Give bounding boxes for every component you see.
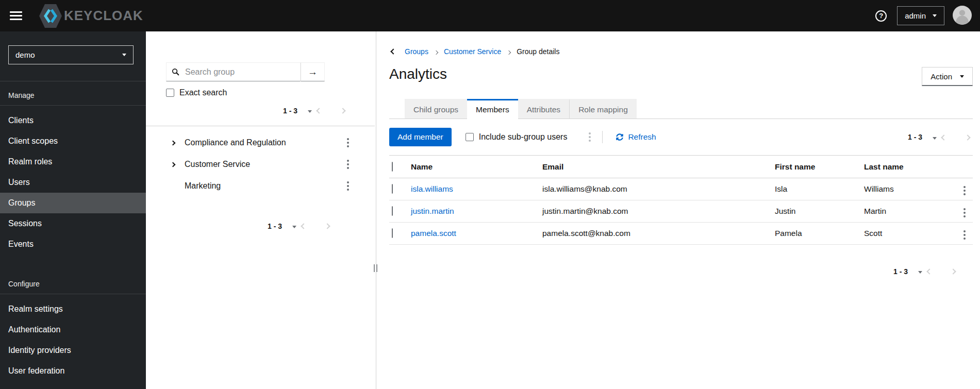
- tab-members[interactable]: Members: [467, 99, 518, 119]
- row-checkbox[interactable]: [392, 206, 393, 216]
- avatar-icon: [953, 6, 972, 25]
- row-checkbox[interactable]: [392, 228, 393, 238]
- manage-nav-list: Clients Client scopes Realm roles Users …: [0, 110, 146, 255]
- splitter-drag-handle[interactable]: [374, 264, 377, 272]
- user-menu-label: admin: [905, 11, 926, 20]
- per-page-dropdown[interactable]: [306, 105, 314, 116]
- divider: [0, 105, 146, 106]
- prev-page-button[interactable]: [314, 105, 324, 116]
- tab-child-groups[interactable]: Child groups: [405, 99, 467, 119]
- caret-down-icon: [122, 54, 126, 56]
- sidebar-item-sessions[interactable]: Sessions: [0, 213, 146, 234]
- per-page-dropdown[interactable]: [916, 265, 924, 277]
- realm-selector[interactable]: demo: [8, 45, 134, 64]
- prev-page-button[interactable]: [298, 220, 309, 232]
- chevron-right-icon: [171, 162, 176, 167]
- keycloak-hexagon-icon: [39, 3, 62, 29]
- sidebar-item-clients[interactable]: Clients: [0, 110, 146, 131]
- refresh-label: Refresh: [628, 132, 656, 142]
- avatar[interactable]: [953, 6, 972, 26]
- member-name-link[interactable]: pamela.scott: [411, 229, 456, 238]
- group-search-box: [166, 62, 301, 81]
- member-first-name: Pamela: [775, 223, 864, 245]
- group-search-input[interactable]: [184, 67, 295, 77]
- refresh-button[interactable]: Refresh: [616, 132, 656, 142]
- chevron-right-icon: [324, 223, 330, 229]
- member-email: pamela.scott@knab.com: [542, 223, 775, 245]
- sidebar-item-events[interactable]: Events: [0, 234, 146, 255]
- tree-item-label[interactable]: Marketing: [185, 181, 221, 191]
- include-subgroup-checkbox[interactable]: [466, 133, 474, 141]
- kebab-menu-button[interactable]: [344, 136, 352, 149]
- caret-down-icon: [960, 75, 964, 78]
- action-dropdown-button[interactable]: Action: [922, 67, 973, 86]
- add-member-button[interactable]: Add member: [389, 128, 452, 146]
- user-menu-dropdown[interactable]: admin: [897, 6, 944, 25]
- row-kebab-menu-button[interactable]: [960, 184, 969, 197]
- sidebar-item-user-federation[interactable]: User federation: [0, 361, 146, 381]
- caret-down-icon: [933, 14, 937, 17]
- per-page-dropdown[interactable]: [290, 220, 298, 232]
- sidebar-item-groups[interactable]: Groups: [0, 193, 146, 213]
- members-toolbar: Add member Include sub-group users Refre…: [389, 128, 973, 146]
- tree-pagination-top: 1 - 3: [166, 105, 354, 116]
- kebab-menu-button[interactable]: [344, 179, 352, 193]
- nav-toggle-hamburger-icon[interactable]: [10, 11, 22, 20]
- tab-attributes[interactable]: Attributes: [518, 99, 569, 119]
- column-header-last-name: Last name: [864, 156, 955, 178]
- search-icon: [172, 68, 179, 76]
- kebab-menu-button[interactable]: [344, 158, 352, 171]
- sidebar-item-authentication[interactable]: Authentication: [0, 319, 146, 340]
- tabs-trailing-spacer: [637, 99, 973, 119]
- tree-item-marketing: Marketing: [166, 175, 354, 197]
- sidebar-item-identity-providers[interactable]: Identity providers: [0, 340, 146, 361]
- help-button[interactable]: ?: [875, 10, 887, 22]
- sidebar-item-users[interactable]: Users: [0, 172, 146, 193]
- select-all-checkbox[interactable]: [392, 162, 393, 172]
- member-last-name: Williams: [864, 178, 955, 200]
- caret-down-icon: [308, 110, 312, 113]
- divider: [0, 294, 146, 294]
- exact-search-row: Exact search: [166, 88, 354, 97]
- row-checkbox[interactable]: [392, 184, 393, 194]
- next-page-button[interactable]: [322, 220, 333, 232]
- include-subgroup-label: Include sub-group users: [479, 132, 568, 142]
- sidebar-item-client-scopes[interactable]: Client scopes: [0, 131, 146, 151]
- chevron-left-icon: [316, 108, 322, 113]
- members-table: Name Email First name Last name isla.wil…: [389, 155, 973, 245]
- expand-toggle-button[interactable]: [166, 162, 185, 167]
- breadcrumb-link-groups[interactable]: Groups: [405, 47, 428, 56]
- next-page-button[interactable]: [948, 265, 958, 277]
- table-header-row: Name Email First name Last name: [389, 156, 973, 178]
- expand-toggle-button[interactable]: [166, 141, 185, 145]
- row-kebab-menu-button[interactable]: [960, 206, 969, 219]
- realm-selector-value: demo: [15, 50, 35, 59]
- exact-search-checkbox[interactable]: [166, 89, 174, 97]
- prev-page-button[interactable]: [939, 131, 949, 143]
- next-page-button[interactable]: [962, 131, 973, 143]
- tabs: Child groups Members Attributes Role map…: [389, 99, 973, 119]
- chevron-right-icon: [950, 268, 956, 274]
- breadcrumb-back-button[interactable]: [389, 48, 397, 55]
- member-name-link[interactable]: isla.williams: [411, 184, 453, 193]
- tree-item-customer-service: Customer Service: [166, 154, 354, 175]
- member-email: justin.martin@knab.com: [542, 200, 775, 223]
- per-page-dropdown[interactable]: [931, 131, 939, 143]
- sidebar-item-realm-roles[interactable]: Realm roles: [0, 151, 146, 172]
- prev-page-button[interactable]: [924, 265, 935, 277]
- toolbar-kebab-menu-button[interactable]: [586, 130, 594, 144]
- tree-item-label[interactable]: Compliance and Regulation: [185, 138, 286, 147]
- row-kebab-menu-button[interactable]: [960, 228, 969, 242]
- tab-role-mapping[interactable]: Role mapping: [569, 99, 637, 119]
- member-name-link[interactable]: justin.martin: [411, 207, 454, 215]
- nav-section-title-configure: Configure: [0, 270, 146, 294]
- configure-nav-list: Realm settings Authentication Identity p…: [0, 299, 146, 381]
- caret-down-icon: [933, 137, 937, 140]
- tree-item-compliance-and-regulation: Compliance and Regulation: [166, 132, 354, 154]
- tree-item-label[interactable]: Customer Service: [185, 160, 250, 169]
- search-submit-button[interactable]: →: [301, 62, 325, 81]
- member-first-name: Justin: [775, 200, 864, 223]
- sidebar-item-realm-settings[interactable]: Realm settings: [0, 299, 146, 319]
- next-page-button[interactable]: [338, 105, 348, 116]
- breadcrumb-link-customer-service[interactable]: Customer Service: [444, 47, 501, 56]
